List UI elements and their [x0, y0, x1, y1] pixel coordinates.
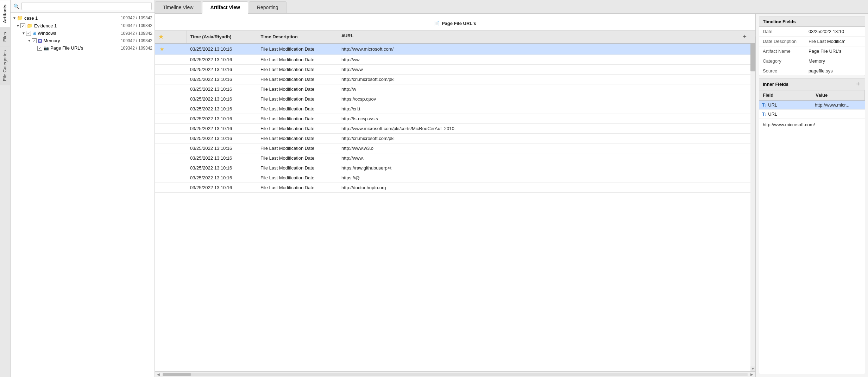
star-cell[interactable]: [155, 163, 169, 173]
table-row[interactable]: 03/25/2022 13:10:16File Last Modificatio…: [155, 94, 755, 104]
table-area: 📄 Page File URL's ★ Time (Asia/Riyadh) T…: [155, 14, 755, 377]
flag-cell[interactable]: [169, 124, 187, 134]
title-text: Page File URL's: [442, 21, 476, 26]
flag-cell[interactable]: [169, 55, 187, 65]
star-cell[interactable]: [155, 65, 169, 75]
add-column-button[interactable]: +: [741, 33, 748, 40]
url-cell: https://@: [338, 173, 755, 183]
flag-cell[interactable]: [169, 94, 187, 104]
checkbox-windows[interactable]: [26, 31, 31, 36]
tree-item-pagefile[interactable]: ▶ 📷 Page File URL's 109342 / 109342: [11, 44, 155, 52]
table-row[interactable]: 03/25/2022 13:10:16File Last Modificatio…: [155, 65, 755, 75]
url-cell: http://www.microsoft.com/: [338, 43, 755, 55]
table-row[interactable]: 03/25/2022 13:10:16File Last Modificatio…: [155, 114, 755, 124]
table-row[interactable]: ★03/25/2022 13:10:16File Last Modificati…: [155, 43, 755, 55]
vertical-scrollbar[interactable]: ▲ ▼: [750, 31, 755, 371]
table-row[interactable]: 03/25/2022 13:10:16File Last Modificatio…: [155, 173, 755, 183]
flag-cell[interactable]: [169, 43, 187, 55]
h-scroll-thumb[interactable]: [163, 373, 191, 376]
table-row[interactable]: 03/25/2022 13:10:16File Last Modificatio…: [155, 124, 755, 134]
flag-cell[interactable]: [169, 75, 187, 84]
tree-item-case1[interactable]: ▼ 📁 case 1 109342 / 109342: [11, 14, 155, 22]
time-cell: 03/25/2022 13:10:16: [187, 94, 257, 104]
h-scroll-left[interactable]: ◀: [156, 372, 161, 377]
checkbox-evidence1[interactable]: [20, 23, 25, 28]
tree-item-memory[interactable]: ▼ ■ Memory 109342 / 109342: [11, 37, 155, 44]
star-cell[interactable]: [155, 84, 169, 94]
field-value-date-desc: File Last Modifica': [809, 39, 845, 44]
inner-col-value[interactable]: Value: [812, 90, 865, 100]
tree-item-windows[interactable]: ▼ ⊞ Windows 109342 / 109342: [11, 30, 155, 37]
star-cell[interactable]: [155, 173, 169, 183]
inner-row-url2[interactable]: T↓URL: [759, 110, 865, 119]
inner-row-url1[interactable]: T↓URL http://www.micr...: [759, 100, 865, 110]
tree-label: Evidence 1: [34, 23, 57, 28]
search-input[interactable]: [21, 2, 152, 10]
sidebar-tab-files[interactable]: Files: [0, 27, 10, 46]
flag-cell[interactable]: [169, 183, 187, 193]
star-cell[interactable]: [155, 183, 169, 193]
url-display: http://www.microsoft.com/: [759, 119, 865, 130]
star-cell[interactable]: [155, 143, 169, 153]
col-url[interactable]: #URL +: [338, 31, 755, 43]
checkbox-memory[interactable]: [32, 38, 37, 43]
time-cell: 03/25/2022 13:10:16: [187, 134, 257, 143]
inner-scroll[interactable]: Field Value T↓URL http://www.micr...: [759, 90, 865, 374]
table-row[interactable]: 03/25/2022 13:10:16File Last Modificatio…: [155, 183, 755, 193]
table-row[interactable]: 03/25/2022 13:10:16File Last Modificatio…: [155, 163, 755, 173]
star-cell[interactable]: [155, 94, 169, 104]
desc-cell: File Last Modification Date: [257, 75, 338, 84]
star-cell[interactable]: [155, 153, 169, 163]
star-cell[interactable]: [155, 124, 169, 134]
tree-item-evidence1[interactable]: ▼ 📁 Evidence 1 109342 / 109342: [11, 22, 155, 30]
table-row[interactable]: 03/25/2022 13:10:16File Last Modificatio…: [155, 134, 755, 143]
flag-cell[interactable]: [169, 114, 187, 124]
timeline-fields: Timeline Fields Date 03/25/2022 13:10 Da…: [759, 17, 865, 76]
table-row[interactable]: 03/25/2022 13:10:16File Last Modificatio…: [155, 143, 755, 153]
star-cell[interactable]: [155, 134, 169, 143]
table-row[interactable]: 03/25/2022 13:10:16File Last Modificatio…: [155, 153, 755, 163]
star-cell[interactable]: [155, 55, 169, 65]
table-row[interactable]: 03/25/2022 13:10:16File Last Modificatio…: [155, 104, 755, 114]
artifact-table: ★ Time (Asia/Riyadh) Time Description #U…: [155, 31, 755, 193]
flag-cell[interactable]: [169, 153, 187, 163]
flag-cell[interactable]: [169, 163, 187, 173]
field-artifact-name: Artifact Name Page File URL's: [759, 46, 865, 56]
url-cell: http://crl.microsoft.com/pki: [338, 134, 755, 143]
time-cell: 03/25/2022 13:10:16: [187, 75, 257, 84]
tab-timeline-view[interactable]: Timeline View: [155, 1, 201, 13]
flag-cell[interactable]: [169, 65, 187, 75]
star-cell[interactable]: [155, 104, 169, 114]
star-cell[interactable]: [155, 75, 169, 84]
table-row[interactable]: 03/25/2022 13:10:16File Last Modificatio…: [155, 75, 755, 84]
h-scroll-right[interactable]: ▶: [749, 372, 755, 377]
flag-cell[interactable]: [169, 143, 187, 153]
col-desc[interactable]: Time Description: [257, 31, 338, 43]
checkbox-pagefile[interactable]: [37, 46, 42, 51]
scroll-down-button[interactable]: ▼: [750, 366, 755, 371]
inner-col-field[interactable]: Field: [759, 90, 812, 100]
star-cell[interactable]: ★: [155, 43, 169, 55]
content-split: 📄 Page File URL's ★ Time (Asia/Riyadh) T…: [155, 14, 868, 377]
flag-cell[interactable]: [169, 104, 187, 114]
field-label-date-desc: Date Description: [763, 39, 809, 44]
sidebar-tab-artifacts[interactable]: Artifacts: [0, 0, 10, 27]
flag-cell[interactable]: [169, 173, 187, 183]
horizontal-scrollbar[interactable]: ◀ ▶: [155, 371, 755, 377]
sidebar-tab-file-categories[interactable]: File Categories: [0, 46, 10, 85]
tab-reporting[interactable]: Reporting: [249, 1, 287, 13]
data-table[interactable]: ★ Time (Asia/Riyadh) Time Description #U…: [155, 31, 755, 371]
flag-cell[interactable]: [169, 134, 187, 143]
table-row[interactable]: 03/25/2022 13:10:16File Last Modificatio…: [155, 84, 755, 94]
expand-icon: ▼: [13, 16, 17, 20]
desc-cell: File Last Modification Date: [257, 43, 338, 55]
type-icon2: T↓: [762, 112, 767, 117]
table-row[interactable]: 03/25/2022 13:10:16File Last Modificatio…: [155, 55, 755, 65]
flag-cell[interactable]: [169, 84, 187, 94]
col-time[interactable]: Time (Asia/Riyadh): [187, 31, 257, 43]
url-cell: http://www.w3.o: [338, 143, 755, 153]
star-cell[interactable]: [155, 114, 169, 124]
add-inner-field-button[interactable]: +: [855, 81, 861, 88]
tab-artifact-view[interactable]: Artifact View: [202, 1, 248, 14]
search-bar: 🔍: [11, 0, 155, 13]
